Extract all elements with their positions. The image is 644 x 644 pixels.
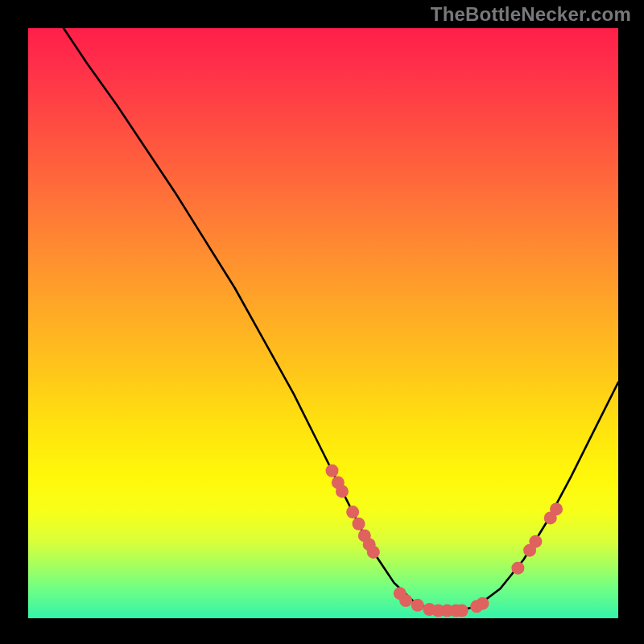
bottleneck-curve — [64, 28, 618, 610]
chart-svg — [28, 28, 618, 618]
marker-point — [367, 546, 380, 559]
marker-point — [346, 506, 359, 518]
attribution-label: TheBottleNecker.com — [431, 3, 631, 26]
marker-point — [529, 535, 542, 548]
marker-point — [456, 604, 469, 617]
marker-point — [336, 485, 349, 497]
marker-point — [511, 562, 524, 575]
marker-point — [476, 597, 489, 610]
marker-point — [399, 594, 412, 607]
chart-frame: TheBottleNecker.com — [0, 0, 644, 644]
marker-point — [326, 464, 339, 477]
marker-point — [411, 599, 424, 612]
marker-point — [550, 502, 563, 515]
marker-group — [326, 464, 564, 617]
plot-area — [28, 28, 618, 618]
marker-point — [352, 518, 365, 530]
